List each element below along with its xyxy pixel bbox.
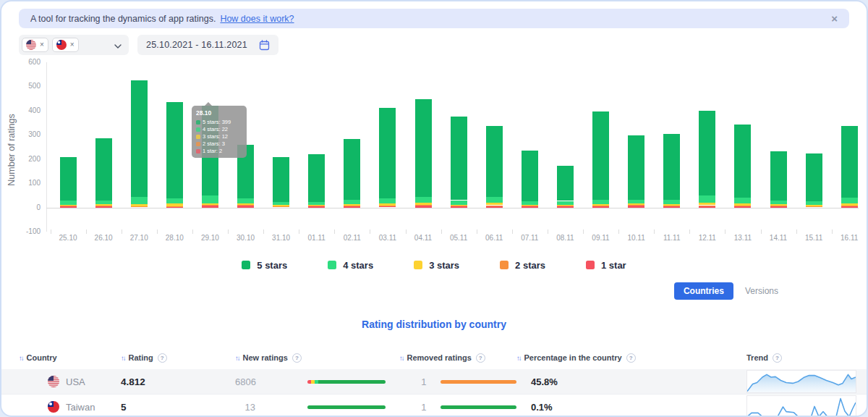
bar-segment[interactable]: [806, 205, 822, 206]
bar-segment[interactable]: [734, 206, 751, 206]
bar-segment[interactable]: [237, 198, 254, 203]
bar-segment[interactable]: [202, 203, 218, 206]
bar-segment[interactable]: [60, 206, 77, 208]
bar-segment[interactable]: [806, 201, 822, 205]
bar-segment[interactable]: [628, 206, 644, 208]
bar-segment[interactable]: [202, 206, 218, 208]
bar-segment[interactable]: [273, 206, 289, 207]
bar-segment[interactable]: [379, 108, 396, 199]
bar-segment[interactable]: [486, 206, 503, 208]
bar-segment[interactable]: [486, 203, 503, 205]
bar-segment[interactable]: [770, 206, 787, 208]
bar-segment[interactable]: [95, 201, 112, 204]
chevron-down-icon[interactable]: [114, 38, 122, 51]
bar-segment[interactable]: [273, 206, 289, 207]
bar-segment[interactable]: [273, 205, 289, 206]
sort-icon[interactable]: ↑↓: [399, 354, 404, 362]
bar-segment[interactable]: [131, 197, 148, 204]
date-range-picker[interactable]: 25.10.2021 - 16.11.2021: [137, 35, 278, 55]
bar-segment[interactable]: [734, 206, 751, 208]
bar-segment[interactable]: [486, 206, 503, 206]
bar-segment[interactable]: [131, 206, 148, 207]
bar-segment[interactable]: [628, 135, 644, 200]
bar-segment[interactable]: [522, 205, 538, 206]
bar-segment[interactable]: [592, 200, 609, 204]
bar-segment[interactable]: [166, 206, 183, 207]
info-icon[interactable]: ?: [476, 353, 485, 363]
bar-segment[interactable]: [237, 206, 254, 208]
bar-segment[interactable]: [95, 138, 112, 201]
bar-segment[interactable]: [628, 200, 644, 203]
bar-segment[interactable]: [592, 204, 609, 206]
close-icon[interactable]: ×: [831, 13, 838, 24]
info-icon[interactable]: ?: [626, 353, 636, 363]
bar-segment[interactable]: [131, 80, 148, 197]
bar-segment[interactable]: [841, 203, 858, 206]
bar-segment[interactable]: [522, 151, 538, 201]
bar-segment[interactable]: [308, 205, 325, 206]
bar-segment[interactable]: [557, 166, 574, 201]
bar-segment[interactable]: [95, 204, 112, 206]
bar-segment[interactable]: [344, 206, 360, 208]
bar-segment[interactable]: [95, 206, 112, 206]
bar-segment[interactable]: [308, 206, 325, 208]
bar-segment[interactable]: [806, 206, 822, 207]
remove-country-icon[interactable]: ×: [70, 41, 75, 49]
bar-segment[interactable]: [237, 203, 254, 206]
bar-segment[interactable]: [202, 205, 218, 206]
bar-segment[interactable]: [451, 205, 467, 206]
legend-item[interactable]: 4 stars: [328, 259, 373, 271]
bar-segment[interactable]: [699, 111, 715, 195]
bar-segment[interactable]: [770, 204, 787, 206]
info-icon[interactable]: ?: [292, 353, 302, 363]
tab-countries[interactable]: Countries: [674, 282, 733, 300]
calendar-icon[interactable]: [259, 40, 270, 51]
bar-segment[interactable]: [451, 206, 467, 206]
country-chip-us[interactable]: ×: [22, 38, 48, 52]
how-does-it-work-link[interactable]: How does it work?: [220, 14, 294, 24]
bar-segment[interactable]: [379, 203, 396, 206]
bar-segment[interactable]: [841, 206, 858, 208]
bar-segment[interactable]: [344, 204, 360, 206]
column-header[interactable]: ↑↓New ratings?: [235, 353, 399, 363]
bar-segment[interactable]: [806, 206, 822, 207]
info-icon[interactable]: ?: [158, 353, 167, 363]
bar-segment[interactable]: [415, 203, 432, 205]
column-header[interactable]: ↑↓Country: [19, 353, 121, 362]
bar-segment[interactable]: [841, 126, 858, 198]
sort-icon[interactable]: ↑↓: [516, 354, 521, 362]
bar-segment[interactable]: [415, 205, 432, 206]
bar-segment[interactable]: [522, 206, 538, 208]
bar-segment[interactable]: [663, 200, 680, 204]
bar-segment[interactable]: [451, 201, 467, 205]
bar-segment[interactable]: [415, 197, 432, 203]
country-multiselect[interactable]: ××: [19, 35, 129, 55]
bar-segment[interactable]: [131, 204, 148, 206]
bar-segment[interactable]: [557, 205, 574, 206]
bar-segment[interactable]: [522, 206, 538, 206]
bar-segment[interactable]: [60, 206, 77, 206]
bar-segment[interactable]: [592, 206, 609, 208]
bar-segment[interactable]: [592, 111, 609, 200]
column-header[interactable]: ↑↓Percentage in the country?: [516, 353, 746, 363]
country-chip-tw[interactable]: ×: [52, 38, 79, 52]
table-row[interactable]: USA4.8126806145.8%: [1, 369, 867, 394]
bar-segment[interactable]: [415, 99, 432, 197]
legend-item[interactable]: 3 stars: [414, 259, 459, 271]
bar-segment[interactable]: [699, 206, 715, 206]
bar-segment[interactable]: [770, 201, 787, 204]
bar-segment[interactable]: [770, 206, 787, 206]
bar-segment[interactable]: [273, 157, 289, 202]
remove-country-icon[interactable]: ×: [40, 41, 44, 49]
legend-item[interactable]: 1 star: [586, 259, 626, 271]
bar-segment[interactable]: [734, 203, 751, 206]
bar-segment[interactable]: [379, 206, 396, 207]
bar-segment[interactable]: [308, 206, 325, 206]
bar-segment[interactable]: [237, 205, 254, 206]
bar-segment[interactable]: [60, 201, 77, 205]
bar-segment[interactable]: [60, 157, 77, 200]
bar-segment[interactable]: [663, 206, 680, 208]
bar-segment[interactable]: [451, 206, 467, 208]
bar-segment[interactable]: [131, 206, 148, 207]
bar-segment[interactable]: [699, 203, 715, 205]
